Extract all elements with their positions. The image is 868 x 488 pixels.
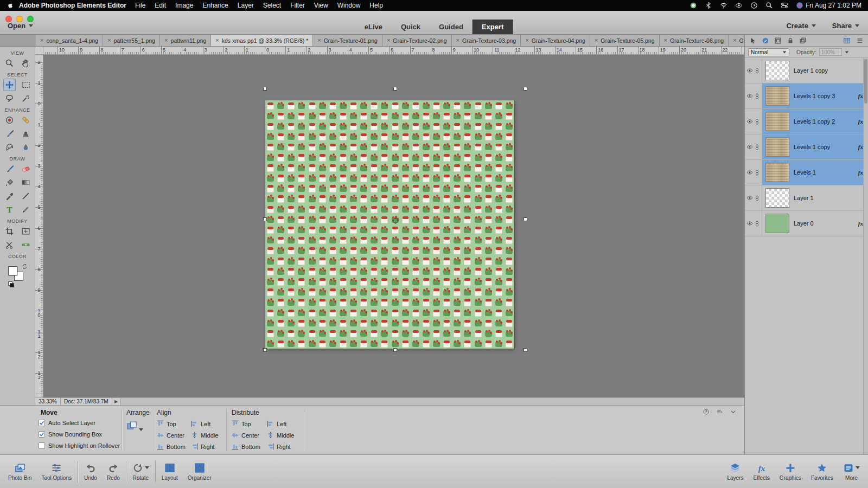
distribute-center-button[interactable]: Center [232,432,260,439]
chain-icon[interactable] [754,221,760,227]
chain-icon[interactable] [754,93,760,99]
menu-enhance[interactable]: Enhance [202,2,228,9]
taskbar-tool-options[interactable]: Tool Options [36,455,76,488]
layer-row[interactable]: Layer 1 [745,185,868,211]
menu-view[interactable]: View [314,2,328,9]
align-right-button[interactable]: Right [191,443,218,450]
stamp-tool[interactable] [20,127,32,140]
layer-row-main[interactable]: Layer 0fx [762,211,868,236]
tab-close-icon[interactable]: × [164,37,168,43]
layers-scrollbar[interactable] [863,58,868,454]
taskbar-redo[interactable]: Redo [102,455,125,488]
transform-handle[interactable] [524,348,527,352]
distribute-top-button[interactable]: Top [232,420,260,427]
tab-close-icon[interactable]: × [215,37,219,43]
search-icon[interactable] [765,2,773,9]
chain-icon[interactable] [754,144,760,150]
scissors-tool[interactable] [3,239,16,251]
bucket-tool[interactable] [3,176,16,189]
tab-close-icon[interactable]: × [595,37,598,43]
document-size-field[interactable]: Doc: 37.1M/83.7M [61,398,112,405]
lasso-tool[interactable] [3,92,16,105]
type-tool[interactable]: T [3,203,16,216]
layer-thumbnail[interactable] [765,137,789,157]
canvas-viewport[interactable] [43,55,744,397]
checkbox-show-highlight-on-rollover[interactable]: Show Highlight on Rollover [39,442,120,449]
checkbox-box[interactable] [39,420,45,426]
layer-row-main[interactable]: Levels 1 copyfx [762,134,868,159]
document-tab[interactable]: ×pattern55_1.png [103,35,160,46]
layer-row[interactable]: Levels 1 copyfx [745,134,868,160]
opacity-caret-icon[interactable] [845,51,848,53]
wand-tool[interactable] [20,92,32,105]
document-tab[interactable]: ×Grain-Texture-01.png [313,35,382,46]
transform-handle[interactable] [393,87,397,91]
layer-row[interactable]: Layer 0fx [745,211,868,236]
lock-icon[interactable] [787,37,794,44]
layer-row[interactable]: Levels 1 copy 3fx [745,84,868,109]
eye-toggle-icon[interactable] [746,220,753,227]
eraser-tool[interactable] [20,163,32,175]
layer-thumbnail[interactable] [765,112,789,131]
layer-thumbnail[interactable] [765,86,789,106]
distribute-right-button[interactable]: Right [267,443,294,450]
chain-icon[interactable] [754,119,760,125]
tab-close-icon[interactable]: × [317,37,321,43]
menu-window[interactable]: Window [337,2,361,9]
control-center-icon[interactable] [781,2,788,9]
marquee-tool[interactable] [20,79,32,91]
mode-tab-quick[interactable]: Quick [392,20,430,34]
chain-icon[interactable] [754,68,760,74]
layer-thumbnail[interactable] [765,214,789,233]
menu-layer[interactable]: Layer [238,2,254,9]
document-tab[interactable]: ×Grain-Texture-07.p [729,35,744,46]
menu-select[interactable]: Select [263,2,281,9]
document-tab[interactable]: ×Grain-Texture-02.png [382,35,452,46]
zoom-level-field[interactable]: 33.33% [35,398,61,405]
help-icon[interactable]: ? [703,408,710,415]
apple-logo-icon[interactable] [7,2,14,10]
siri-icon[interactable] [796,2,803,9]
frame-icon[interactable] [774,37,782,44]
move-tool[interactable] [3,79,16,91]
distribute-middle-button[interactable]: Middle [267,432,294,439]
eye-toggle-icon[interactable] [746,144,753,150]
layer-row-main[interactable]: Levels 1fx [762,160,868,185]
scrollbar-thumb[interactable] [864,59,867,104]
layer-row[interactable]: Levels 1 copy 2fx [745,109,868,134]
mode-tab-guided[interactable]: Guided [430,20,473,34]
align-top-button[interactable]: Top [157,420,186,427]
transform-handle[interactable] [524,217,527,221]
eye-icon[interactable] [735,2,743,9]
taskbar-layers[interactable]: Layers [722,455,748,488]
straighten-tool[interactable] [20,239,32,251]
layer-thumbnail[interactable] [765,188,789,208]
taskbar-rotate[interactable]: Rotate [127,455,154,488]
line-tool[interactable] [20,190,32,202]
open-button[interactable]: Open [8,22,33,30]
document-tab[interactable]: ×Grain-Texture-05.png [590,35,660,46]
align-middle-button[interactable]: Middle [191,432,218,439]
layer-row[interactable]: Layer 1 copy [745,58,868,84]
menu-image[interactable]: Image [175,2,193,9]
transform-handle[interactable] [393,348,397,352]
redeye-tool[interactable] [3,114,16,126]
chain-icon[interactable] [754,170,760,176]
bluetooth-icon[interactable] [705,2,712,9]
align-left-button[interactable]: Left [191,420,218,427]
layer-row-main[interactable]: Levels 1 copy 3fx [762,84,868,108]
create-button[interactable]: Create [786,22,815,30]
distribute-left-button[interactable]: Left [267,420,294,427]
document-tab[interactable]: ×Grain-Texture-06.png [660,35,729,46]
eye-toggle-icon[interactable] [746,67,753,74]
document-tab[interactable]: ×conp_santa_1-4.png [36,35,103,46]
taskbar-effects[interactable]: fxEffects [748,455,774,488]
tab-close-icon[interactable]: × [525,37,528,43]
chain-icon[interactable] [754,195,760,201]
duplicate-icon[interactable] [799,37,807,44]
options-menu-icon[interactable] [716,408,723,415]
pencil-tool[interactable] [20,203,32,216]
menu-file[interactable]: File [135,2,145,9]
checkbox-box[interactable] [39,431,45,438]
tab-close-icon[interactable]: × [456,37,459,43]
